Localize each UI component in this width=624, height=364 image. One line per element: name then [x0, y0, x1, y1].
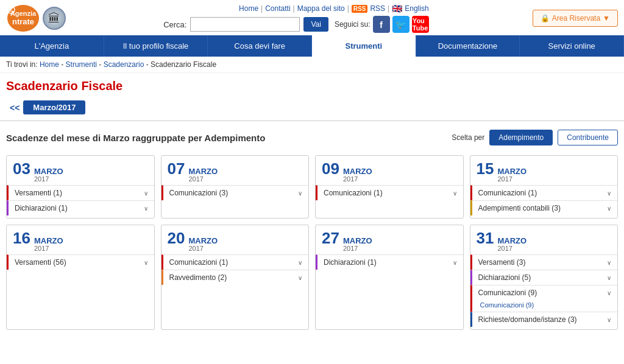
dropdown-item[interactable]: Versamenti (1) ∨	[7, 185, 154, 200]
contribuente-button[interactable]: Contribuente	[558, 130, 618, 145]
day-header-07: 07 MARZO 2017	[161, 156, 309, 185]
lock-icon: 🔒	[541, 14, 550, 23]
english-link[interactable]: English	[405, 4, 428, 13]
day-items: Versamenti (3) ∨ Dichiarazioni (5) ∨ Com…	[470, 254, 618, 329]
day-card-09: 09 MARZO 2017 Comunicazioni (1) ∨	[315, 155, 464, 219]
day-month: MARZO	[34, 167, 63, 175]
mappa-link[interactable]: Mappa del sito	[297, 4, 345, 13]
nav-item-agenzia[interactable]: L'Agenzia	[0, 35, 104, 57]
dropdown-item[interactable]: Adempimenti contabili (3) ∨	[470, 200, 618, 215]
dropdown-item[interactable]: Ravvedimento (2) ∨	[161, 270, 309, 285]
calendar-row-1: 03 MARZO 2017 Versamenti (1) ∨ Dichiaraz…	[6, 155, 618, 219]
day-number: 03	[13, 161, 30, 177]
main-navigation: L'Agenzia Il tuo profilo fiscale Cosa de…	[0, 35, 624, 57]
adempimento-button[interactable]: Adempimento	[489, 130, 553, 145]
chevron-down-icon: ∨	[298, 259, 302, 266]
dropdown-arrow-icon: ▼	[603, 14, 610, 23]
top-right-area: Home | Contatti | Mappa del sito | RSS R…	[163, 4, 428, 33]
area-riservata-button[interactable]: 🔒 Area Riservata ▼	[533, 10, 618, 27]
chevron-down-icon: ∨	[144, 205, 148, 212]
dropdown-item[interactable]: Dichiarazioni (1) ∨	[7, 200, 154, 215]
day-month: MARZO	[497, 167, 526, 175]
social-area: Seguici su: f 🐦 YouTube	[335, 16, 429, 33]
dropdown-item[interactable]: Comunicazioni (1) ∨	[470, 185, 618, 200]
month-prev-button[interactable]: <<	[6, 102, 23, 114]
area-riservata-area: 🔒 Area Riservata ▼	[533, 10, 618, 27]
uk-flag-icon: 🇬🇧	[392, 4, 402, 13]
facebook-button[interactable]: f	[373, 16, 390, 33]
dropdown-item[interactable]: Comunicazioni (1) ∨	[316, 185, 463, 200]
scelta-per-area: Scelta per Adempimento Contribuente	[452, 130, 618, 145]
breadcrumb-strumenti[interactable]: Strumenti	[66, 60, 97, 69]
dropdown-item[interactable]: Dichiarazioni (1) ∨	[316, 254, 463, 270]
day-card-03: 03 MARZO 2017 Versamenti (1) ∨ Dichiaraz…	[6, 155, 155, 219]
rss-link[interactable]: RSS	[370, 4, 385, 13]
home-link[interactable]: Home	[239, 4, 258, 13]
day-header-03: 03 MARZO 2017	[7, 156, 154, 185]
nav-item-cosa[interactable]: Cosa devi fare	[208, 35, 312, 57]
twitter-button[interactable]: 🐦	[392, 16, 410, 33]
chevron-down-icon: ∨	[607, 317, 611, 323]
day-header-20: 20 MARZO 2017	[161, 225, 309, 254]
top-links-row: Home | Contatti | Mappa del sito | RSS R…	[239, 4, 429, 13]
day-number: 31	[477, 230, 494, 246]
logo-area: Agenzia ntrate A 🏛	[6, 4, 66, 33]
youtube-button[interactable]: YouTube	[412, 16, 429, 33]
day-number: 09	[322, 161, 339, 177]
day-card-31: 31 MARZO 2017 Versamenti (3) ∨ Dichiaraz…	[470, 225, 619, 330]
dropdown-item[interactable]: Richieste/domande/istanze (3) ∨	[470, 312, 618, 327]
seguici-label: Seguici su:	[335, 20, 370, 29]
day-header-27: 27 MARZO 2017	[316, 225, 463, 254]
chevron-down-icon: ∨	[144, 190, 148, 197]
nav-item-documentazione[interactable]: Documentazione	[416, 35, 520, 57]
comunicazioni-sublink[interactable]: Comunicazioni (9)	[470, 300, 618, 312]
chevron-down-icon: ∨	[607, 190, 611, 197]
day-card-20: 20 MARZO 2017 Comunicazioni (1) ∨ Ravved…	[161, 225, 310, 330]
day-year: 2017	[343, 245, 372, 252]
svg-text:A: A	[10, 9, 13, 13]
chevron-down-icon: ∨	[298, 190, 302, 197]
chevron-down-icon: ∨	[607, 259, 611, 266]
day-card-07: 07 MARZO 2017 Comunicazioni (3) ∨	[161, 155, 310, 219]
day-month: MARZO	[343, 237, 372, 245]
dropdown-item[interactable]: Versamenti (3) ∨	[470, 254, 618, 270]
day-year: 2017	[188, 175, 218, 183]
dropdown-item[interactable]: Comunicazioni (3) ∨	[161, 185, 309, 200]
day-number: 07	[168, 161, 185, 177]
day-number: 27	[322, 230, 339, 246]
day-number: 16	[13, 230, 30, 246]
nav-item-strumenti[interactable]: Strumenti	[312, 35, 416, 57]
day-items: Comunicazioni (1) ∨ Adempimenti contabil…	[470, 185, 618, 218]
day-card-27: 27 MARZO 2017 Dichiarazioni (1) ∨	[315, 225, 464, 330]
day-header-09: 09 MARZO 2017	[316, 156, 463, 185]
day-month: MARZO	[188, 167, 218, 175]
search-button[interactable]: Vai	[303, 17, 328, 32]
breadcrumb: Ti trovi in: Home - Strumenti - Scadenza…	[0, 57, 624, 73]
search-input[interactable]	[190, 17, 300, 32]
day-year: 2017	[34, 245, 63, 252]
dropdown-item[interactable]: Comunicazioni (1) ∨	[161, 254, 309, 270]
dropdown-item[interactable]: Comunicazioni (9) ∨	[470, 285, 618, 300]
day-month: MARZO	[34, 237, 63, 245]
contatti-link[interactable]: Contatti	[265, 4, 290, 13]
nav-item-servizi[interactable]: Servizi online	[520, 35, 624, 57]
breadcrumb-scadenzario[interactable]: Scadenzario	[104, 60, 144, 69]
nav-item-profilo[interactable]: Il tuo profilo fiscale	[104, 35, 208, 57]
day-month: MARZO	[497, 237, 526, 245]
day-items: Dichiarazioni (1) ∨	[316, 254, 463, 272]
day-month: MARZO	[188, 237, 218, 245]
day-card-15: 15 MARZO 2017 Comunicazioni (1) ∨ Adempi…	[470, 155, 619, 219]
day-items: Versamenti (1) ∨ Dichiarazioni (1) ∨	[7, 185, 154, 218]
day-year: 2017	[343, 175, 372, 183]
dropdown-item[interactable]: Dichiarazioni (5) ∨	[470, 270, 618, 285]
day-number: 20	[168, 230, 185, 246]
svg-text:ntrate: ntrate	[12, 17, 34, 26]
day-header-31: 31 MARZO 2017	[470, 225, 618, 254]
rss-icon: RSS	[352, 5, 368, 13]
day-year: 2017	[497, 245, 526, 252]
day-number: 15	[477, 161, 494, 177]
chevron-down-icon: ∨	[453, 190, 457, 197]
chevron-down-icon: ∨	[453, 259, 457, 266]
breadcrumb-home[interactable]: Home	[40, 60, 59, 69]
dropdown-item[interactable]: Versamenti (56) ∨	[7, 254, 154, 270]
